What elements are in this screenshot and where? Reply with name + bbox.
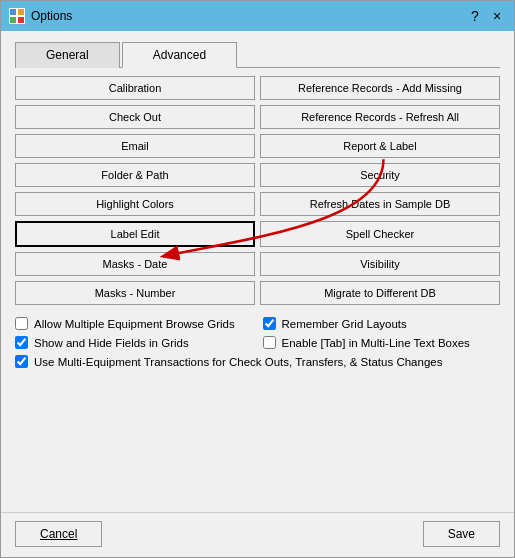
cb-row-allow-multi-browse: Allow Multiple Equipment Browse Grids [15, 317, 253, 330]
checkbox-allow-multi-browse[interactable] [15, 317, 28, 330]
label-remember-grid: Remember Grid Layouts [282, 318, 407, 330]
cb-row-show-hide-fields: Show and Hide Fields in Grids [15, 336, 253, 349]
title-bar-left: Options [9, 8, 72, 24]
checkbox-enable-tab[interactable] [263, 336, 276, 349]
checkbox-use-multi-equipment[interactable] [15, 355, 28, 368]
cb-row-enable-tab: Enable [Tab] in Multi-Line Text Boxes [263, 336, 501, 349]
checkbox-remember-grid[interactable] [263, 317, 276, 330]
close-button[interactable]: × [488, 7, 506, 25]
tab-general[interactable]: General [15, 42, 120, 68]
btn-email[interactable]: Email [15, 134, 255, 158]
label-allow-multi-browse: Allow Multiple Equipment Browse Grids [34, 318, 235, 330]
cb-row-use-multi-equipment: Use Multi-Equipment Transactions for Che… [15, 355, 500, 368]
label-use-multi-equipment: Use Multi-Equipment Transactions for Che… [34, 356, 442, 368]
svg-rect-0 [10, 9, 16, 15]
btn-label-edit[interactable]: Label Edit [15, 221, 255, 247]
btn-check-out[interactable]: Check Out [15, 105, 255, 129]
title-bar: Options ? × [1, 1, 514, 31]
btn-folder-path[interactable]: Folder & Path [15, 163, 255, 187]
btn-spell-checker[interactable]: Spell Checker [260, 221, 500, 247]
svg-rect-2 [10, 17, 16, 23]
svg-rect-1 [18, 9, 24, 15]
btn-masks-date[interactable]: Masks - Date [15, 252, 255, 276]
btn-report-label[interactable]: Report & Label [260, 134, 500, 158]
checkboxes-section: Allow Multiple Equipment Browse GridsRem… [15, 317, 500, 368]
btn-refresh-dates[interactable]: Refresh Dates in Sample DB [260, 192, 500, 216]
title-bar-controls: ? × [466, 7, 506, 25]
content-area: General Advanced Calibration Reference R… [1, 31, 514, 512]
btn-ref-add-missing[interactable]: Reference Records - Add Missing [260, 76, 500, 100]
save-button[interactable]: Save [423, 521, 500, 547]
btn-migrate-db[interactable]: Migrate to Different DB [260, 281, 500, 305]
buttons-grid: Calibration Reference Records - Add Miss… [15, 76, 500, 305]
cancel-button[interactable]: Cancel [15, 521, 102, 547]
btn-ref-refresh-all[interactable]: Reference Records - Refresh All [260, 105, 500, 129]
checkbox-show-hide-fields[interactable] [15, 336, 28, 349]
label-enable-tab: Enable [Tab] in Multi-Line Text Boxes [282, 337, 470, 349]
cb-row-remember-grid: Remember Grid Layouts [263, 317, 501, 330]
btn-calibration[interactable]: Calibration [15, 76, 255, 100]
tab-advanced[interactable]: Advanced [122, 42, 237, 68]
btn-highlight-colors[interactable]: Highlight Colors [15, 192, 255, 216]
app-icon [9, 8, 25, 24]
label-show-hide-fields: Show and Hide Fields in Grids [34, 337, 189, 349]
svg-rect-3 [18, 17, 24, 23]
window-title: Options [31, 9, 72, 23]
btn-masks-number[interactable]: Masks - Number [15, 281, 255, 305]
tab-bar: General Advanced [15, 41, 500, 68]
btn-security[interactable]: Security [260, 163, 500, 187]
btn-visibility[interactable]: Visibility [260, 252, 500, 276]
options-window: Options ? × General Advanced Calibration… [0, 0, 515, 558]
help-button[interactable]: ? [466, 7, 484, 25]
bottom-bar: Cancel Save [1, 512, 514, 557]
buttons-grid-container: Calibration Reference Records - Add Miss… [15, 76, 500, 305]
